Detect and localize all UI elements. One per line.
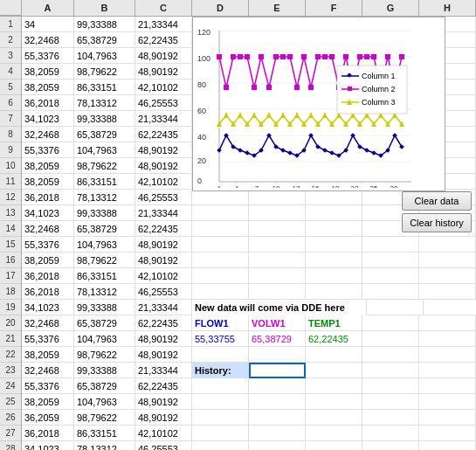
cell-f13[interactable] xyxy=(306,205,362,221)
cell-e28[interactable] xyxy=(249,441,306,450)
cell-e24[interactable] xyxy=(249,378,306,394)
svg-text:22: 22 xyxy=(351,184,359,188)
cell-e21[interactable]: 65,38729 xyxy=(249,331,306,347)
cell-b7: 99,33388 xyxy=(74,111,135,127)
cell-c15: 48,90192 xyxy=(135,237,192,253)
cell-d20[interactable]: FLOW1 xyxy=(192,315,249,331)
cell-g22 xyxy=(362,347,419,363)
svg-rect-41 xyxy=(329,150,335,156)
cell-e22[interactable] xyxy=(249,347,306,363)
cell-a24: 55,3376 xyxy=(22,378,74,394)
col-header-d: D xyxy=(192,0,249,16)
col-header-b: B xyxy=(74,0,135,16)
clear-data-button[interactable]: Clear data xyxy=(402,191,472,211)
cell-d23[interactable]: History: xyxy=(192,363,249,378)
row-number: 8 xyxy=(0,127,21,142)
cell-b19: 99,33388 xyxy=(74,300,135,315)
cell-b20: 65,38729 xyxy=(74,315,135,331)
svg-marker-92 xyxy=(308,112,314,118)
cell-e17[interactable] xyxy=(249,268,306,284)
cell-c8: 62,22435 xyxy=(135,127,192,142)
cell-d22[interactable] xyxy=(192,347,249,363)
cell-e19[interactable] xyxy=(367,300,424,315)
cell-f12[interactable] xyxy=(306,190,362,205)
cell-f27[interactable] xyxy=(306,426,362,441)
cell-c24: 62,22435 xyxy=(135,378,192,394)
cell-d27[interactable] xyxy=(192,426,249,441)
svg-rect-54 xyxy=(231,54,236,59)
cell-f20[interactable]: TEMP1 xyxy=(306,315,362,331)
cell-c12: 46,25553 xyxy=(135,190,192,205)
cell-d14[interactable] xyxy=(192,221,249,237)
row-number: 26 xyxy=(0,410,21,426)
table-row: 55,3376104,796348,9019255,3375565,387296… xyxy=(22,331,476,347)
cell-f19[interactable] xyxy=(424,300,476,315)
row-number: 27 xyxy=(0,426,21,441)
cell-e12[interactable] xyxy=(249,190,306,205)
cell-d24[interactable] xyxy=(192,378,249,394)
cell-f21[interactable]: 62,22435 xyxy=(306,331,362,347)
cell-d16[interactable] xyxy=(192,253,249,268)
row-number: 25 xyxy=(0,394,21,410)
cell-d21[interactable]: 55,33755 xyxy=(192,331,249,347)
cell-e23[interactable] xyxy=(249,363,306,378)
cell-d26[interactable] xyxy=(192,410,249,426)
cell-f14[interactable] xyxy=(306,221,362,237)
cell-f16[interactable] xyxy=(306,253,362,268)
cell-a14: 32,2468 xyxy=(22,221,74,237)
cell-f23[interactable] xyxy=(306,363,362,378)
cell-e20[interactable]: VOLW1 xyxy=(249,315,306,331)
cell-b4: 98,79622 xyxy=(74,64,135,80)
cell-e27[interactable] xyxy=(249,426,306,441)
cell-f28[interactable] xyxy=(306,441,362,450)
cell-c23: 21,33344 xyxy=(135,363,192,378)
cell-c16: 48,90192 xyxy=(135,253,192,268)
cell-e26[interactable] xyxy=(249,410,306,426)
svg-rect-68 xyxy=(329,54,335,59)
cell-a11: 38,2059 xyxy=(22,174,74,190)
cell-d25[interactable] xyxy=(192,394,249,410)
cell-d28[interactable] xyxy=(192,441,249,450)
cell-f15[interactable] xyxy=(306,237,362,253)
cell-a1: 34 xyxy=(22,17,74,32)
cell-b23: 99,33388 xyxy=(74,363,135,378)
svg-rect-63 xyxy=(294,85,300,90)
cell-a7: 34,1023 xyxy=(22,111,74,127)
cell-e25[interactable] xyxy=(249,394,306,410)
cell-d15[interactable] xyxy=(192,237,249,253)
cell-d18[interactable] xyxy=(192,284,249,300)
svg-rect-74 xyxy=(371,54,376,59)
chart-area: 120 100 80 60 40 20 0 xyxy=(192,17,445,191)
cell-e13[interactable] xyxy=(249,205,306,221)
cell-d19[interactable]: New data will come via DDE here xyxy=(192,300,367,315)
cell-f26[interactable] xyxy=(306,410,362,426)
cell-c27: 42,10102 xyxy=(135,426,192,441)
cell-f17[interactable] xyxy=(306,268,362,284)
cell-h15 xyxy=(419,237,476,253)
cell-e15[interactable] xyxy=(249,237,306,253)
svg-text:60: 60 xyxy=(197,107,206,115)
cell-f24[interactable] xyxy=(306,378,362,394)
cell-c9: 48,90192 xyxy=(135,142,192,158)
cell-c10: 48,90192 xyxy=(135,158,192,174)
cell-d13[interactable] xyxy=(192,205,249,221)
cell-c25: 48,90192 xyxy=(135,394,192,410)
row-number: 24 xyxy=(0,378,21,394)
cell-d12[interactable] xyxy=(192,190,249,205)
cell-b24: 65,38729 xyxy=(74,378,135,394)
cell-d17[interactable] xyxy=(192,268,249,284)
cell-e14[interactable] xyxy=(249,221,306,237)
cell-f22[interactable] xyxy=(306,347,362,363)
clear-history-button[interactable]: Clear history xyxy=(402,213,472,232)
svg-rect-57 xyxy=(252,85,257,90)
cell-f18[interactable] xyxy=(306,284,362,300)
cell-g17 xyxy=(362,268,419,284)
cell-f25[interactable] xyxy=(306,394,362,410)
cell-a8: 32,2468 xyxy=(22,127,74,142)
cell-g23 xyxy=(362,363,419,378)
cell-c22: 48,90192 xyxy=(135,347,192,363)
svg-rect-76 xyxy=(385,54,390,59)
cell-b9: 104,7963 xyxy=(74,142,135,158)
cell-e16[interactable] xyxy=(249,253,306,268)
cell-e18[interactable] xyxy=(249,284,306,300)
